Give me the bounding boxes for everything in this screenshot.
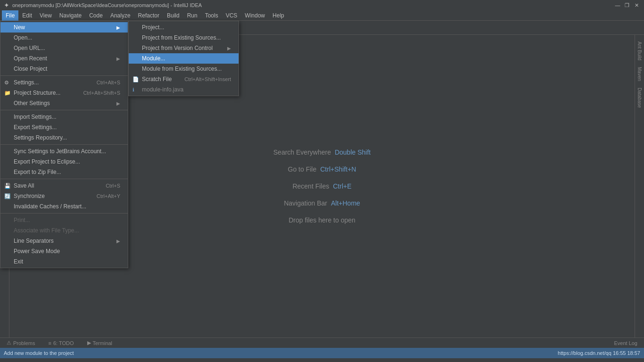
menu-item-build[interactable]: Build <box>163 10 183 21</box>
file-menu-exit[interactable]: Exit <box>0 256 128 267</box>
file-menu-other-settings-label: Other Settings <box>14 100 50 107</box>
file-menu-project-structure[interactable]: 📁 Project Structure... Ctrl+Alt+Shift+S <box>0 88 128 98</box>
file-menu-other-settings[interactable]: Other Settings ▶ <box>0 98 128 108</box>
file-menu-power-save[interactable]: Power Save Mode <box>0 246 128 256</box>
associate-label: Associate with File Type... <box>14 227 79 234</box>
menu-item-code[interactable]: Code <box>85 10 107 21</box>
file-menu-settings-label: Settings... <box>14 79 39 86</box>
right-sidebar: Ant Build Maven Database <box>635 35 644 337</box>
terminal-label: Terminal <box>93 340 113 346</box>
new-menu-module-info[interactable]: ℹ module-info.java <box>129 84 239 95</box>
file-menu-settings[interactable]: ⚙ Settings... Ctrl+Alt+S <box>0 77 128 88</box>
file-menu-open-label: Open... <box>14 34 32 41</box>
save-all-label: Save All <box>14 182 34 189</box>
restore-button[interactable]: ❐ <box>623 1 631 9</box>
line-sep-arrow-icon: ▶ <box>116 239 120 244</box>
file-menu-print[interactable]: Print... <box>0 215 128 225</box>
power-save-label: Power Save Mode <box>14 248 60 255</box>
menu-item-vcs[interactable]: VCS <box>222 10 241 21</box>
scratch-icon: 📄 <box>132 76 139 82</box>
file-menu-export-settings[interactable]: Export Settings... <box>0 122 128 132</box>
file-menu-open-recent-label: Open Recent <box>14 55 47 62</box>
new-project-label: Project... <box>142 24 164 31</box>
new-menu-scratch-file[interactable]: 📄 Scratch File Ctrl+Alt+Shift+Insert <box>129 74 239 84</box>
menu-item-refactor[interactable]: Refactor <box>134 10 163 21</box>
menu-bar: File Edit View Navigate Code Analyze Ref… <box>0 10 644 21</box>
new-menu-module-existing[interactable]: Module from Existing Sources... <box>129 64 239 74</box>
menu-item-tools[interactable]: Tools <box>201 10 222 21</box>
file-menu-associate[interactable]: Associate with File Type... <box>0 225 128 236</box>
file-menu-close-project[interactable]: Close Project <box>0 64 128 74</box>
title-bar-left: ✦ onepromanymodu [D:\AllWorkSpace\IdeaCo… <box>4 1 202 9</box>
menu-item-edit[interactable]: Edit <box>18 10 36 21</box>
sidebar-tab-ant[interactable]: Ant Build <box>636 39 643 63</box>
file-menu-line-separators[interactable]: Line Separators ▶ <box>0 236 128 246</box>
new-menu-module[interactable]: Module... <box>129 53 239 64</box>
synchronize-shortcut: Ctrl+Alt+Y <box>97 193 120 199</box>
menu-item-view[interactable]: View <box>36 10 56 21</box>
menu-item-file[interactable]: File <box>2 10 18 21</box>
module-info-icon: ℹ <box>132 87 134 92</box>
sidebar-tab-maven[interactable]: Maven <box>636 64 643 84</box>
menu-item-run[interactable]: Run <box>183 10 201 21</box>
hint-recent-label: Recent Files <box>292 182 329 190</box>
module-info-label: module-info.java <box>142 86 183 93</box>
project-structure-shortcut: Ctrl+Alt+Shift+S <box>83 90 120 96</box>
status-right: https://blog.csdn.net/qq 16:55 18:57 <box>558 350 640 356</box>
file-menu-new-label: New <box>14 24 25 31</box>
file-menu-open-recent[interactable]: Open Recent ▶ <box>0 53 128 64</box>
hint-drop-files: Drop files here to open <box>289 216 355 224</box>
file-menu-new[interactable]: New ▶ <box>0 22 128 33</box>
hint-search-everywhere: Search Everywhere Double Shift <box>273 148 371 156</box>
problems-label: Problems <box>13 340 35 346</box>
close-button[interactable]: ✕ <box>633 1 640 9</box>
sep1 <box>0 75 128 76</box>
file-menu-sync-settings[interactable]: Sync Settings to JetBrains Account... <box>0 146 128 156</box>
hint-goto-label: Go to File <box>288 165 317 173</box>
bottom-tab-problems[interactable]: ⚠ Problems <box>4 339 38 347</box>
bottom-tab-todo[interactable]: ≡ 6: TODO <box>45 339 76 347</box>
todo-label: 6: TODO <box>53 340 74 346</box>
bottom-tab-eventlog[interactable]: Event Log <box>611 339 640 347</box>
sync-settings-label: Sync Settings to JetBrains Account... <box>14 148 106 155</box>
todo-icon: ≡ <box>48 340 51 346</box>
file-menu-synchronize[interactable]: 🔄 Synchronize Ctrl+Alt+Y <box>0 191 128 201</box>
sep4 <box>0 179 128 179</box>
menu-item-analyze[interactable]: Analyze <box>107 10 134 21</box>
sep5 <box>0 213 128 214</box>
export-eclipse-label: Export Project to Eclipse... <box>14 158 80 165</box>
file-menu-open-url[interactable]: Open URL... <box>0 43 128 53</box>
menu-item-navigate[interactable]: Navigate <box>56 10 85 21</box>
file-menu-open-url-label: Open URL... <box>14 45 45 51</box>
save-icon: 💾 <box>4 183 11 189</box>
status-bar: Add new module to the project https://bl… <box>0 348 644 358</box>
sidebar-tab-database[interactable]: Database <box>636 85 643 111</box>
eventlog-label: Event Log <box>614 340 637 346</box>
hint-recent-files: Recent Files Ctrl+E <box>292 182 351 190</box>
sep3 <box>0 144 128 145</box>
file-menu-import-settings[interactable]: Import Settings... <box>0 112 128 122</box>
file-menu-settings-repo[interactable]: Settings Repository... <box>0 132 128 143</box>
import-settings-label: Import Settings... <box>14 114 57 120</box>
scratch-file-label: Scratch File <box>142 76 172 82</box>
file-menu-invalidate[interactable]: Invalidate Caches / Restart... <box>0 201 128 212</box>
hint-navbar-key: Alt+Home <box>331 199 360 207</box>
print-label: Print... <box>14 217 30 223</box>
minimize-button[interactable]: — <box>614 1 621 9</box>
file-menu-export-eclipse[interactable]: Export Project to Eclipse... <box>0 156 128 167</box>
new-menu-project[interactable]: Project... <box>129 22 239 33</box>
save-all-shortcut: Ctrl+S <box>106 183 120 189</box>
bottom-tab-terminal[interactable]: ▶ Terminal <box>84 339 116 347</box>
new-menu-project-vcs[interactable]: Project from Version Control ▶ <box>129 43 239 53</box>
menu-item-help[interactable]: Help <box>269 10 288 21</box>
file-menu-dropdown: New ▶ Open... Open URL... Open Recent ▶ … <box>0 21 128 268</box>
bottom-bar: ⚠ Problems ≡ 6: TODO ▶ Terminal Event Lo… <box>0 337 644 348</box>
terminal-icon: ▶ <box>87 340 91 346</box>
settings-shortcut: Ctrl+Alt+S <box>97 80 120 85</box>
menu-item-window[interactable]: Window <box>241 10 269 21</box>
new-menu-project-existing[interactable]: Project from Existing Sources... <box>129 33 239 43</box>
file-menu-save-all[interactable]: 💾 Save All Ctrl+S <box>0 181 128 191</box>
file-menu-open[interactable]: Open... <box>0 33 128 43</box>
hint-recent-key: Ctrl+E <box>333 182 351 190</box>
file-menu-export-zip[interactable]: Export to Zip File... <box>0 167 128 177</box>
